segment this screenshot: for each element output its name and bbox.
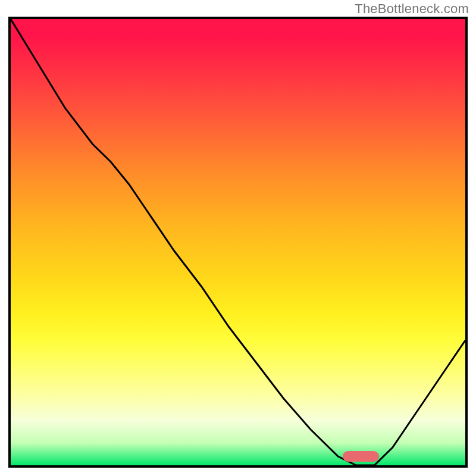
bottleneck-curve bbox=[11, 19, 465, 465]
watermark-text: TheBottleneck.com bbox=[355, 1, 469, 17]
plot-area bbox=[8, 17, 468, 468]
sweet-spot-marker bbox=[343, 451, 379, 462]
